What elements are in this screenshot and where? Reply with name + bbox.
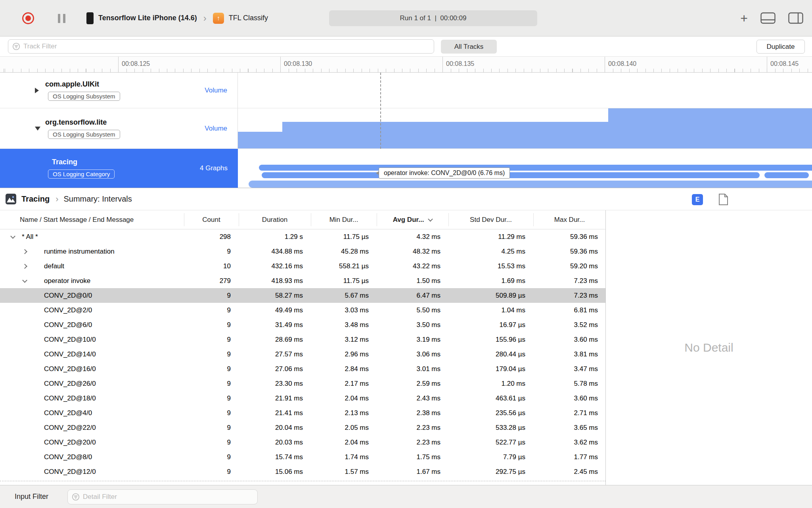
target-selector[interactable]: TFL Classify xyxy=(229,14,268,22)
row-value: 1.29 s xyxy=(239,233,311,241)
row-value: 9 xyxy=(184,424,239,432)
disclosure-triangle-icon[interactable] xyxy=(35,88,39,93)
document-icon[interactable] xyxy=(718,193,728,206)
track-title: com.apple.UIKit xyxy=(45,80,120,89)
row-name: CONV_2D@2/0 xyxy=(0,306,184,314)
track-graph-type[interactable]: Volume xyxy=(205,125,227,133)
table-row[interactable]: CONV_2D@10/0928.69 ms3.12 ms3.19 ms155.9… xyxy=(0,332,605,347)
table-row[interactable]: CONV_2D@4/0921.41 ms2.13 ms2.38 ms235.56… xyxy=(0,406,605,420)
track-graph-type[interactable]: Volume xyxy=(205,87,227,94)
table-row[interactable]: CONV_2D@2/0949.49 ms3.03 ms5.50 ms1.04 m… xyxy=(0,303,605,318)
row-value: 434.88 ms xyxy=(239,248,311,256)
track-info: org.tensorflow.lite OS Logging Subsystem xyxy=(45,118,120,139)
row-value: 49.49 ms xyxy=(239,306,311,314)
row-name: operator invoke xyxy=(0,277,184,285)
table-row[interactable]: CONV_2D@6/0931.49 ms3.48 ms3.50 ms16.97 … xyxy=(0,318,605,332)
row-value: 9 xyxy=(184,409,239,417)
row-value: 418.93 ms xyxy=(239,277,311,285)
table-row[interactable]: CONV_2D@20/0920.03 ms2.04 ms2.23 ms522.7… xyxy=(0,435,605,450)
detail-filter-field[interactable] xyxy=(67,489,258,504)
row-value: 5.50 ms xyxy=(377,306,448,314)
breadcrumb-tracing[interactable]: Tracing xyxy=(21,194,50,204)
column-header-std-dev-dur[interactable]: Std Dev Dur... xyxy=(448,210,533,229)
track-tensorflow-lite[interactable]: org.tensorflow.lite OS Logging Subsystem… xyxy=(0,108,812,149)
row-value: 11.29 ms xyxy=(448,233,533,241)
row-value: 5.67 ms xyxy=(311,292,377,300)
record-button[interactable] xyxy=(22,12,34,24)
column-header-avg-dur[interactable]: Avg Dur... xyxy=(377,210,448,229)
column-header-name[interactable]: Name / Start Message / End Message xyxy=(0,210,184,229)
row-value: 11.75 µs xyxy=(311,277,377,285)
expert-info-button[interactable]: E xyxy=(692,194,703,205)
row-value: 48.32 ms xyxy=(377,248,448,256)
row-value: 4.25 ms xyxy=(448,248,533,256)
track-header[interactable]: com.apple.UIKit OS Logging Subsystem Vol… xyxy=(0,73,238,108)
filter-icon xyxy=(72,493,80,501)
breadcrumb-summary-intervals[interactable]: Summary: Intervals xyxy=(63,194,132,204)
chevron-right-icon: › xyxy=(56,194,58,204)
sort-direction-icon xyxy=(428,217,433,222)
table-row[interactable]: CONV_2D@16/0927.06 ms2.84 ms3.01 ms179.0… xyxy=(0,362,605,376)
column-header-max-dur[interactable]: Max Dur... xyxy=(533,210,606,229)
table-row[interactable]: operator invoke279418.93 ms11.75 µs1.50 … xyxy=(0,273,605,288)
track-timeline-area[interactable] xyxy=(238,108,812,148)
table-row[interactable]: default10432.16 ms558.21 µs43.22 ms15.53… xyxy=(0,259,605,273)
track-tracing[interactable]: Tracing OS Logging Category 4 Graphs ope… xyxy=(0,149,812,188)
row-value: 9 xyxy=(184,380,239,388)
track-list: com.apple.UIKit OS Logging Subsystem Vol… xyxy=(0,73,812,188)
disclosure-triangle-icon[interactable] xyxy=(35,127,40,131)
table-row[interactable]: CONV_2D@8/0915.74 ms1.74 ms1.75 ms7.79 µ… xyxy=(0,450,605,464)
track-header[interactable]: org.tensorflow.lite OS Logging Subsystem… xyxy=(0,108,238,148)
detail-filter-input[interactable] xyxy=(83,493,253,501)
row-name: CONV_2D@14/0 xyxy=(0,350,184,358)
column-header-count[interactable]: Count xyxy=(184,210,239,229)
track-uikit[interactable]: com.apple.UIKit OS Logging Subsystem Vol… xyxy=(0,73,812,108)
row-name: CONV_2D@6/0 xyxy=(0,321,184,329)
row-value: 3.52 ms xyxy=(533,321,606,329)
row-value: 23.30 ms xyxy=(239,380,311,388)
volume-graph-segment xyxy=(282,122,608,148)
table-row[interactable]: CONV_2D@22/0920.04 ms2.05 ms2.23 ms533.2… xyxy=(0,420,605,435)
row-value: 1.57 ms xyxy=(311,468,377,476)
track-timeline-area[interactable]: operator invoke: CONV_2D@0/0 (6.76 ms) xyxy=(238,149,812,188)
interval-bar[interactable] xyxy=(249,181,812,188)
pause-button[interactable] xyxy=(58,14,65,23)
table-row[interactable]: CONV_2D@0/0958.27 ms5.67 ms6.47 ms509.89… xyxy=(0,288,605,303)
row-value: 2.04 ms xyxy=(311,439,377,446)
table-row[interactable]: * All *2981.29 s11.75 µs4.32 ms11.29 ms5… xyxy=(0,229,605,244)
table-row[interactable]: CONV_2D@14/0927.57 ms2.96 ms3.06 ms280.4… xyxy=(0,347,605,362)
table-row[interactable]: CONV_2D@12/0915.06 ms1.57 ms1.67 ms292.7… xyxy=(0,464,605,479)
row-value: 9 xyxy=(184,394,239,402)
interval-table-body: * All *2981.29 s11.75 µs4.32 ms11.29 ms5… xyxy=(0,229,605,479)
table-header-row: Name / Start Message / End Message Count… xyxy=(0,210,605,229)
timeline-ruler[interactable]: 00:08.125 00:08.130 00:08.135 00:08.140 … xyxy=(0,56,812,73)
interval-bar[interactable] xyxy=(259,165,812,171)
track-header[interactable]: Tracing OS Logging Category 4 Graphs xyxy=(0,149,238,188)
row-value: 1.67 ms xyxy=(377,468,448,476)
playhead-line[interactable] xyxy=(380,73,381,149)
table-row[interactable]: CONV_2D@18/0921.91 ms2.04 ms2.43 ms463.6… xyxy=(0,391,605,406)
track-graph-type[interactable]: 4 Graphs xyxy=(200,164,228,172)
track-timeline-area[interactable] xyxy=(238,73,812,108)
column-header-min-dur[interactable]: Min Dur... xyxy=(311,210,377,229)
column-header-duration[interactable]: Duration xyxy=(239,210,311,229)
duplicate-button[interactable]: Duplicate xyxy=(756,40,805,54)
row-value: 20.04 ms xyxy=(239,424,311,432)
device-selector[interactable]: Tensorflow Lite iPhone (14.6) xyxy=(98,14,197,22)
track-filter-field[interactable] xyxy=(8,39,434,54)
target-breadcrumb: Tensorflow Lite iPhone (14.6) › ↑ TFL Cl… xyxy=(86,0,268,36)
interval-bar[interactable] xyxy=(262,172,760,178)
track-filter-input[interactable] xyxy=(23,42,430,50)
table-row[interactable]: CONV_2D@26/0923.30 ms2.17 ms2.59 ms1.20 … xyxy=(0,376,605,391)
toggle-right-pane-button[interactable] xyxy=(788,12,803,24)
interval-bar[interactable] xyxy=(764,172,809,178)
volume-graph-segment xyxy=(608,108,812,148)
input-filter-label[interactable]: Input Filter xyxy=(15,485,48,508)
add-instrument-button[interactable]: + xyxy=(740,12,748,25)
row-value: 15.53 ms xyxy=(448,262,533,270)
table-row[interactable]: runtime instrumentation9434.88 ms45.28 m… xyxy=(0,244,605,259)
row-name: CONV_2D@18/0 xyxy=(0,394,184,402)
all-tracks-button[interactable]: All Tracks xyxy=(441,40,497,54)
toggle-bottom-pane-button[interactable] xyxy=(760,12,776,24)
row-value: 2.17 ms xyxy=(311,380,377,388)
